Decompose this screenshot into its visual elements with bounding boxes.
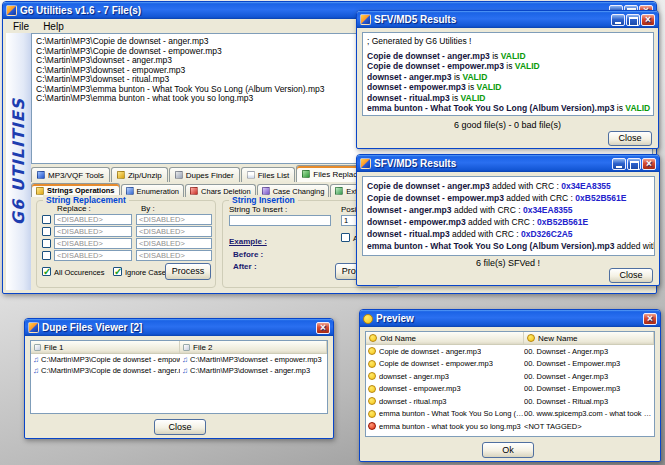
subtab-enumeration[interactable]: Enumeration	[121, 184, 185, 197]
sfv-crc-line: Copie de downset - empower.mp3 added wit…	[367, 192, 650, 204]
close-icon[interactable]	[316, 322, 330, 334]
col-old-name[interactable]: Old Name	[366, 332, 524, 344]
list-icon	[247, 171, 255, 179]
sfv-results-text[interactable]: ; Generated by G6 Utilities ! Copie de d…	[362, 32, 654, 116]
sfv-crc-text[interactable]: Copie de downset - anger.mp3 added with …	[362, 176, 655, 256]
after-label: After :	[233, 262, 257, 271]
close-button[interactable]: Close	[609, 268, 653, 283]
sfv-status: 6 good file(s) - 0 bad file(s)	[357, 120, 658, 130]
music-file-icon: ♫	[33, 367, 39, 375]
sfv-crc-status: 6 file(s) SFVed !	[357, 258, 659, 268]
by-field[interactable]: <DISABLED>	[136, 250, 212, 261]
by-field[interactable]: <DISABLED>	[136, 226, 212, 237]
sfv-title: SFV/MD5 Results	[374, 14, 608, 25]
append-checkbox[interactable]	[341, 233, 350, 242]
by-field[interactable]: <DISABLED>	[136, 238, 212, 249]
tab-zip-unzip[interactable]: Zip/Unzip	[111, 167, 168, 182]
row-checkbox[interactable]	[42, 215, 51, 224]
replacement-rows: <DISABLED> <DISABLED> <DISABLED> <DISABL…	[37, 214, 215, 262]
replace-field[interactable]: <DISABLED>	[54, 226, 132, 237]
insert-field[interactable]	[229, 215, 331, 226]
sfv-valid-line: Copie de downset - anger.mp3 is VALID	[367, 51, 649, 62]
smiley-icon	[527, 334, 535, 342]
preview-titlebar[interactable]: Preview	[360, 310, 660, 327]
close-button[interactable]: Close	[154, 419, 206, 435]
dupe-row[interactable]: ♫C:\Martin\MP3\Copie de downset - anger.…	[31, 365, 327, 376]
mood-icon	[368, 385, 376, 393]
dupes-icon	[175, 171, 183, 179]
preview-row[interactable]: emma bunton - what took you so long.mp3 …	[366, 420, 654, 433]
extension-icon	[335, 187, 343, 195]
tab-mp3-vqf-tools[interactable]: MP3/VQF Tools	[31, 167, 110, 182]
preview-row[interactable]: downset - empower.mp3 00. Downset - Empo…	[366, 383, 654, 396]
col-file1[interactable]: File 1	[31, 341, 180, 353]
col-file2[interactable]: File 2	[180, 341, 327, 353]
sfv-crc-line: downset - empower.mp3 added with CRC : 0…	[367, 216, 650, 228]
mood-icon	[368, 347, 376, 355]
close-icon[interactable]	[642, 158, 656, 170]
dupe-row[interactable]: ♫C:\Martin\MP3\Copie de downset - empowe…	[31, 354, 327, 365]
preview-row[interactable]: Copie de downset - anger.mp3 00. Downset…	[366, 345, 654, 358]
mood-icon	[368, 422, 376, 430]
col-new-name[interactable]: New Name	[524, 332, 654, 344]
sfv-titlebar[interactable]: SFV/MD5 Results	[357, 11, 658, 28]
replace-field[interactable]: <DISABLED>	[54, 250, 132, 261]
preview-list[interactable]: Old Name New Name Copie de downset - ang…	[365, 331, 655, 437]
close-icon[interactable]	[641, 14, 655, 26]
sfv-crc-window: SFV/MD5 Results Copie de downset - anger…	[356, 154, 660, 286]
process-button[interactable]: Process	[165, 263, 211, 280]
maximize-icon[interactable]	[627, 158, 641, 170]
smiley-icon	[363, 314, 373, 324]
row-checkbox[interactable]	[42, 227, 51, 236]
row-checkbox[interactable]	[42, 239, 51, 248]
minimize-icon[interactable]	[612, 158, 626, 170]
file-icon	[34, 344, 41, 351]
music-file-icon: ♫	[33, 356, 39, 364]
dupe-titlebar[interactable]: Dupe Files Viewer [2]	[25, 319, 333, 336]
example-label: Example :	[229, 237, 267, 246]
menu-file[interactable]: File	[7, 21, 35, 32]
preview-row[interactable]: Copie de downset - empower.mp3 00. Downs…	[366, 358, 654, 371]
dupe-list-header: File 1 File 2	[31, 341, 327, 354]
tab-files-list[interactable]: Files List	[241, 167, 296, 182]
music-file-icon: ♫	[182, 367, 188, 375]
replace-field[interactable]: <DISABLED>	[54, 238, 132, 249]
sfv-valid-line: Copie de downset - empower.mp3 is VALID	[367, 61, 649, 72]
file-icon	[183, 344, 190, 351]
smiley-icon	[369, 334, 377, 342]
sfv-valid-line: downset - anger.mp3 is VALID	[367, 72, 649, 83]
case-changing-icon	[262, 187, 270, 195]
sfv-results-window: SFV/MD5 Results ; Generated by G6 Utilit…	[356, 10, 659, 149]
close-icon[interactable]	[643, 313, 657, 325]
ok-button[interactable]: Ok	[482, 442, 534, 458]
preview-list-header: Old Name New Name	[366, 332, 654, 345]
zip-icon	[117, 171, 125, 179]
all-occurrences-label: All Occurences	[54, 268, 104, 277]
replace-label: Replace :	[57, 204, 91, 213]
minimize-icon[interactable]	[611, 14, 625, 26]
music-note-icon	[37, 171, 45, 179]
generated-comment: ; Generated by G6 Utilities !	[367, 36, 649, 47]
preview-row[interactable]: downset - ritual.mp3 00. Downset - Ritua…	[366, 395, 654, 408]
replace-field[interactable]: <DISABLED>	[54, 214, 132, 225]
before-label: Before :	[233, 250, 263, 259]
preview-row[interactable]: downset - anger.mp3 00. Downset - Anger.…	[366, 370, 654, 383]
dupe-list[interactable]: File 1 File 2 ♫C:\Martin\MP3\Copie de do…	[30, 340, 328, 414]
ignore-case-checkbox[interactable]	[113, 267, 122, 276]
close-button[interactable]: Close	[608, 131, 652, 146]
all-occurrences-checkbox[interactable]	[42, 267, 51, 276]
maximize-icon[interactable]	[626, 14, 640, 26]
insert-label: String To Insert :	[229, 205, 287, 214]
by-field[interactable]: <DISABLED>	[136, 214, 212, 225]
dupe-viewer-window: Dupe Files Viewer [2] File 1 File 2 ♫C:\…	[24, 318, 334, 439]
sfv-crc-titlebar[interactable]: SFV/MD5 Results	[357, 155, 659, 172]
tab-dupes-finder[interactable]: Dupes Finder	[169, 167, 240, 182]
preview-row[interactable]: emma bunton - What Took You So Long (Alb…	[366, 408, 654, 421]
mood-icon	[368, 410, 376, 418]
ignore-case-label: Ignore Case	[125, 268, 166, 277]
mood-icon	[368, 372, 376, 380]
row-checkbox[interactable]	[42, 251, 51, 260]
chars-deletion-icon	[190, 187, 198, 195]
enumeration-icon	[126, 187, 134, 195]
menu-help[interactable]: Help	[37, 21, 70, 32]
